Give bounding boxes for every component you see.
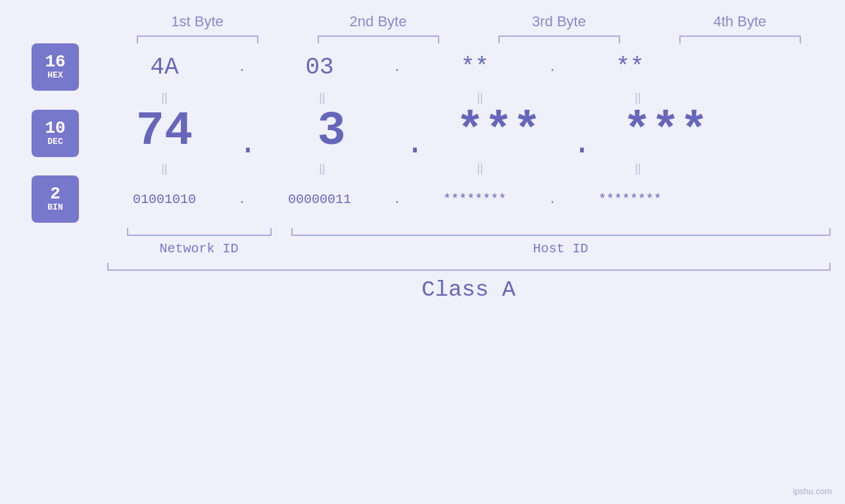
dec-cell-2: 3 xyxy=(259,104,404,158)
dec-dot-2: . xyxy=(405,135,425,158)
bin-badge-number: 2 xyxy=(50,185,60,202)
bin-data-row: 01001010 . 00000011 . ******** . *******… xyxy=(92,192,845,207)
class-section: Class A xyxy=(107,263,831,302)
class-bracket-line xyxy=(107,263,831,271)
dec-badge-label: DEC xyxy=(47,137,62,147)
host-bracket-line xyxy=(291,228,831,236)
eq-1-2: || xyxy=(250,91,395,104)
bin-dot-3: . xyxy=(548,192,556,207)
hex-badge-container: 16 HEX xyxy=(0,43,92,91)
bin-cell-4: ******** xyxy=(558,192,702,207)
bin-badge: 2 BIN xyxy=(32,175,79,223)
eq-right-2: || || || || xyxy=(92,162,845,175)
eq-2-3: || xyxy=(408,162,552,175)
eq-1-3: || xyxy=(408,91,552,104)
hex-dot-3: . xyxy=(548,60,556,75)
hex-dot-1: . xyxy=(238,60,246,75)
bin-value-4: ******** xyxy=(598,192,662,207)
byte-header-2: 2nd Byte xyxy=(306,13,450,30)
dec-value-3: *** xyxy=(456,104,541,158)
top-brackets xyxy=(107,35,831,43)
bin-dot-2: . xyxy=(393,192,401,207)
hex-full-row: 16 HEX 4A . 03 . ** . ** xyxy=(0,43,845,91)
eq-2-4: || xyxy=(566,162,710,175)
host-id-section: Host ID xyxy=(291,228,831,256)
bin-value-3: ******** xyxy=(443,192,506,207)
bin-full-row: 2 BIN 01001010 . 00000011 . ******** . *… xyxy=(0,175,845,223)
byte-header-4: 4th Byte xyxy=(667,13,812,30)
hex-value-2: 03 xyxy=(305,54,333,81)
network-bracket-line xyxy=(127,228,272,236)
dec-badge: 10 DEC xyxy=(32,110,79,157)
main-container: 1st Byte 2nd Byte 3rd Byte 4th Byte 16 H… xyxy=(0,0,845,504)
hex-badge-number: 16 xyxy=(45,53,65,70)
dec-full-row: 10 DEC 74 . 3 . *** . *** xyxy=(0,104,845,162)
eq-right-1: || || || || xyxy=(92,91,845,104)
dec-cell-4: *** xyxy=(593,104,738,158)
hex-cell-1: 4A xyxy=(92,54,237,81)
hex-cell-3: ** xyxy=(402,54,547,81)
hex-cell-2: 03 xyxy=(247,54,392,81)
watermark: ipshu.com xyxy=(793,486,832,496)
bottom-brackets-row: Network ID Host ID xyxy=(107,228,831,256)
dec-badge-container: 10 DEC xyxy=(0,110,92,157)
bin-value-1: 01001010 xyxy=(133,192,196,207)
hex-value-4: ** xyxy=(616,54,644,81)
eq-2-2: || xyxy=(250,162,395,175)
bin-cell-1: 01001010 xyxy=(92,192,237,207)
dec-cell-1: 74 xyxy=(92,104,237,158)
dec-value-1: 74 xyxy=(136,104,193,158)
byte-header-1: 1st Byte xyxy=(125,13,270,30)
top-bracket-4 xyxy=(679,35,801,43)
top-bracket-3 xyxy=(498,35,620,43)
network-id-label: Network ID xyxy=(107,241,291,256)
byte-headers-row: 1st Byte 2nd Byte 3rd Byte 4th Byte xyxy=(107,13,831,30)
dec-data-row: 74 . 3 . *** . *** xyxy=(92,104,845,162)
dec-value-2: 3 xyxy=(317,104,345,158)
bin-dot-1: . xyxy=(238,192,246,207)
bin-value-2: 00000011 xyxy=(288,192,351,207)
equals-row-1: || || || || xyxy=(0,91,845,104)
hex-value-3: ** xyxy=(460,54,489,81)
eq-2-1: || xyxy=(92,162,237,175)
hex-data-row: 4A . 03 . ** . ** xyxy=(92,54,845,81)
hex-dot-2: . xyxy=(393,60,401,75)
class-label: Class A xyxy=(107,277,831,302)
hex-value-1: 4A xyxy=(150,54,178,81)
top-bracket-2 xyxy=(318,35,439,43)
hex-badge: 16 HEX xyxy=(32,43,79,91)
dec-dot-3: . xyxy=(572,135,592,158)
byte-header-3: 3rd Byte xyxy=(487,13,631,30)
eq-1-4: || xyxy=(566,91,710,104)
top-bracket-1 xyxy=(137,35,258,43)
dec-dot-1: . xyxy=(238,135,258,158)
bin-cell-2: 00000011 xyxy=(247,192,392,207)
dec-cell-3: *** xyxy=(426,104,571,158)
hex-badge-label: HEX xyxy=(47,70,62,81)
bin-badge-container: 2 BIN xyxy=(0,175,92,223)
bin-cell-3: ******** xyxy=(402,192,547,207)
dec-value-4: *** xyxy=(623,104,708,158)
hex-cell-4: ** xyxy=(558,54,702,81)
eq-1-1: || xyxy=(92,91,237,104)
dec-badge-number: 10 xyxy=(45,120,65,137)
network-id-section: Network ID xyxy=(107,228,291,256)
bin-badge-label: BIN xyxy=(47,202,62,213)
equals-row-2: || || || || xyxy=(0,162,845,175)
host-id-label: Host ID xyxy=(291,241,831,256)
